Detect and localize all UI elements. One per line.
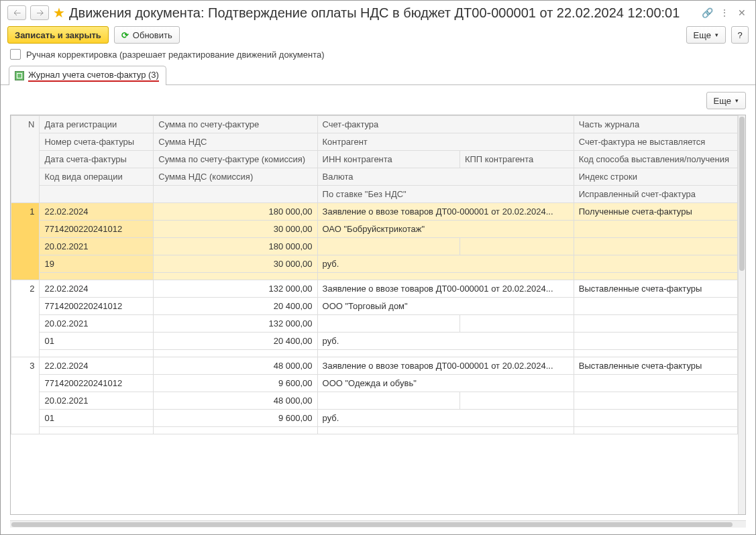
- back-button[interactable]: 🡠: [7, 5, 26, 20]
- table-more-button[interactable]: Еще ▾: [706, 92, 746, 109]
- cell[interactable]: Заявление о ввозе товаров ДТ00-000001 от…: [317, 203, 574, 221]
- hdr-r1c3[interactable]: Счет-фактура: [317, 116, 574, 133]
- table-row[interactable]: [11, 427, 738, 434]
- cell[interactable]: 19: [40, 255, 154, 273]
- table-row[interactable]: 20.02.202148 000,00: [11, 392, 738, 410]
- cell[interactable]: 01: [40, 333, 154, 350]
- cell[interactable]: 30 000,00: [154, 255, 317, 273]
- cell[interactable]: [574, 392, 737, 410]
- cell[interactable]: [574, 350, 737, 357]
- cell[interactable]: [317, 427, 574, 434]
- table-row[interactable]: [11, 350, 738, 357]
- cell[interactable]: 7714200220241012: [40, 375, 154, 392]
- cell[interactable]: 7714200220241012: [40, 221, 154, 238]
- cell[interactable]: 20.02.2021: [40, 392, 154, 410]
- hdr-r5c1[interactable]: [40, 186, 154, 203]
- hdr-r5c3[interactable]: По ставке "Без НДС": [317, 186, 574, 203]
- vertical-scroll-thumb[interactable]: [739, 117, 745, 271]
- cell[interactable]: [574, 298, 737, 315]
- cell[interactable]: [574, 238, 737, 255]
- hdr-n[interactable]: N: [11, 116, 40, 203]
- hdr-r3c5[interactable]: Код способа выставления/получения: [574, 151, 737, 168]
- table-row[interactable]: 1 22.02.2024180 000,00Заявление о ввозе …: [11, 203, 738, 221]
- save-close-button[interactable]: Записать и закрыть: [7, 26, 109, 44]
- favorite-icon[interactable]: ★: [53, 5, 65, 21]
- cell[interactable]: [317, 238, 460, 255]
- cell[interactable]: 48 000,00: [154, 392, 317, 410]
- hdr-r3c4[interactable]: КПП контрагента: [460, 151, 574, 168]
- cell[interactable]: 30 000,00: [154, 221, 317, 238]
- table-row[interactable]: 019 600,00руб.: [11, 410, 738, 427]
- link-icon[interactable]: 🔗: [700, 6, 714, 19]
- hdr-r4c1[interactable]: Код вида операции: [40, 168, 154, 186]
- cell[interactable]: [317, 392, 460, 410]
- hdr-r4c5[interactable]: Индекс строки: [574, 168, 737, 186]
- cell[interactable]: 22.02.2024: [40, 357, 154, 375]
- hdr-r4c3[interactable]: Валюта: [317, 168, 574, 186]
- tab-journal[interactable]: Журнал учета счетов-фактур (3): [9, 66, 166, 85]
- table-row[interactable]: 20.02.2021132 000,00: [11, 315, 738, 333]
- cell[interactable]: 20 400,00: [154, 298, 317, 315]
- cell[interactable]: Заявление о ввозе товаров ДТ00-000001 от…: [317, 357, 574, 375]
- table-row[interactable]: 771420022024101220 400,00ООО "Торговый д…: [11, 298, 738, 315]
- hdr-r5c5[interactable]: Исправленный счет-фактура: [574, 186, 737, 203]
- more-button[interactable]: Еще ▾: [686, 26, 726, 44]
- table-row[interactable]: [11, 273, 738, 280]
- cell[interactable]: 48 000,00: [154, 357, 317, 375]
- forward-button[interactable]: 🡢: [30, 5, 49, 20]
- hdr-r1c2[interactable]: Сумма по счету-фактуре: [154, 116, 317, 133]
- cell[interactable]: 20 400,00: [154, 333, 317, 350]
- cell[interactable]: [574, 410, 737, 427]
- kebab-icon[interactable]: ⋮: [718, 6, 731, 19]
- cell[interactable]: [317, 273, 574, 280]
- cell[interactable]: [460, 392, 574, 410]
- close-icon[interactable]: ✕: [735, 6, 749, 19]
- refresh-button[interactable]: ⟳ Обновить: [114, 26, 180, 44]
- table-row[interactable]: 77142002202410129 600,00ООО "Одежда и об…: [11, 375, 738, 392]
- horizontal-scroll-thumb[interactable]: [11, 522, 733, 527]
- cell[interactable]: [574, 273, 737, 280]
- hdr-r3c1[interactable]: Дата счета-фактуры: [40, 151, 154, 168]
- cell[interactable]: [574, 255, 737, 273]
- table-row[interactable]: 3 22.02.202448 000,00Заявление о ввозе т…: [11, 357, 738, 375]
- cell[interactable]: [154, 350, 317, 357]
- hdr-r2c3[interactable]: Контрагент: [317, 133, 574, 151]
- cell[interactable]: [574, 333, 737, 350]
- grid[interactable]: N Дата регистрации Сумма по счету-фактур…: [11, 115, 738, 514]
- table-row[interactable]: 20.02.2021180 000,00: [11, 238, 738, 255]
- hdr-r3c2[interactable]: Сумма по счету-фактуре (комиссия): [154, 151, 317, 168]
- table-row[interactable]: 0120 400,00руб.: [11, 333, 738, 350]
- horizontal-scrollbar[interactable]: [10, 520, 746, 528]
- hdr-r3c3[interactable]: ИНН контрагента: [317, 151, 460, 168]
- cell[interactable]: ООО "Одежда и обувь": [317, 375, 574, 392]
- cell[interactable]: 180 000,00: [154, 203, 317, 221]
- hdr-r2c5[interactable]: Счет-фактура не выставляется: [574, 133, 737, 151]
- hdr-r5c2[interactable]: [154, 186, 317, 203]
- cell[interactable]: 180 000,00: [154, 238, 317, 255]
- cell[interactable]: 01: [40, 410, 154, 427]
- hdr-r2c2[interactable]: Сумма НДС: [154, 133, 317, 151]
- help-button[interactable]: ?: [731, 26, 749, 44]
- cell[interactable]: 9 600,00: [154, 410, 317, 427]
- cell[interactable]: 132 000,00: [154, 315, 317, 333]
- table-row[interactable]: 2 22.02.2024132 000,00Заявление о ввозе …: [11, 280, 738, 298]
- table-row[interactable]: 1930 000,00руб.: [11, 255, 738, 273]
- cell[interactable]: руб.: [317, 255, 574, 273]
- cell[interactable]: Выставленные счета-фактуры: [574, 280, 737, 298]
- cell[interactable]: 22.02.2024: [40, 203, 154, 221]
- row-number[interactable]: 1: [11, 203, 40, 280]
- cell[interactable]: Выставленные счета-фактуры: [574, 357, 737, 375]
- cell[interactable]: [317, 315, 460, 333]
- cell[interactable]: ОАО "Бобруйсктрикотаж": [317, 221, 574, 238]
- cell[interactable]: Заявление о ввозе товаров ДТ00-000001 от…: [317, 280, 574, 298]
- cell[interactable]: [574, 427, 737, 434]
- cell[interactable]: ООО "Торговый дом": [317, 298, 574, 315]
- cell[interactable]: [154, 273, 317, 280]
- cell[interactable]: 22.02.2024: [40, 280, 154, 298]
- hdr-r2c1[interactable]: Номер счета-фактуры: [40, 133, 154, 151]
- cell[interactable]: Полученные счета-фактуры: [574, 203, 737, 221]
- table-row[interactable]: 771420022024101230 000,00ОАО "Бобруйсктр…: [11, 221, 738, 238]
- hdr-r1c1[interactable]: Дата регистрации: [40, 116, 154, 133]
- cell[interactable]: [40, 350, 154, 357]
- cell[interactable]: [574, 315, 737, 333]
